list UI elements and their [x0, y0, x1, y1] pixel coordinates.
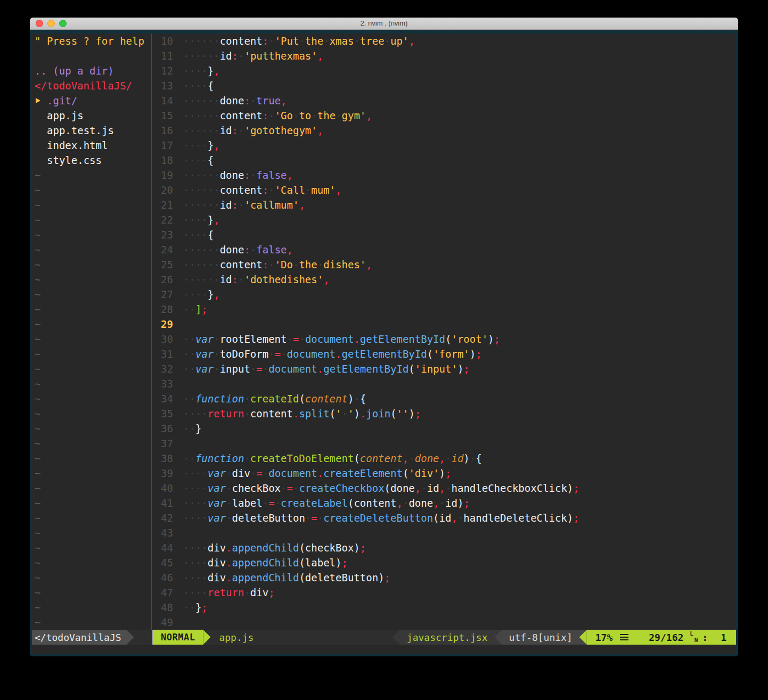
line-number: 48	[152, 600, 173, 615]
code-line[interactable]: 45····div.appendChild(label);	[152, 555, 736, 570]
code-line[interactable]: 21······id:·'callmum',	[152, 197, 736, 212]
code-line[interactable]: 38··function·createToDoElement(content,·…	[152, 451, 736, 466]
code-line[interactable]: 13····{	[152, 78, 736, 93]
tree-item-file[interactable]: app.js	[32, 108, 151, 123]
code-line[interactable]: 10······content:·'Put·the·xmas·tree·up',	[152, 34, 736, 48]
line-number: 26	[152, 272, 173, 287]
nerdtree-sidebar: " Press ? for help.. (up a dir)</todoVan…	[32, 34, 151, 630]
empty-line-tilde: ~	[32, 555, 151, 570]
code-line[interactable]: 42····var·deleteButton·=·createDeleteBut…	[152, 510, 736, 525]
code-text: ··var·toDoForm·=·document.getElementById…	[183, 347, 482, 361]
empty-line-tilde: ~	[32, 451, 151, 466]
code-line[interactable]: 48··};	[152, 600, 736, 615]
code-line[interactable]: 15······content:·'Go·to·the·gym',	[152, 108, 736, 123]
code-line[interactable]: 31··var·toDoForm·=·document.getElementBy…	[152, 347, 736, 361]
empty-line-tilde: ~	[32, 585, 151, 600]
tree-item-file[interactable]: app.test.js	[32, 123, 151, 138]
line-number: 20	[152, 183, 173, 197]
code-text: ······content:·'Call·mum',	[183, 183, 342, 197]
code-line[interactable]: 28··];	[152, 302, 736, 317]
code-line[interactable]: 19······done:·false,	[152, 168, 736, 183]
line-number: 30	[152, 332, 173, 347]
code-text: ··var·rootElement·=·document.getElementB…	[183, 332, 500, 347]
tree-item-dir[interactable]: .git/	[32, 93, 151, 108]
line-number: 49	[152, 615, 173, 630]
empty-line-tilde: ~	[32, 168, 151, 183]
empty-line-tilde: ~	[32, 272, 151, 287]
code-text: ··];	[183, 302, 208, 317]
code-line[interactable]: 46····div.appendChild(deleteButton);	[152, 570, 736, 585]
code-text: ····{	[183, 78, 214, 93]
zoom-button[interactable]	[59, 20, 67, 27]
line-number: 38	[152, 451, 173, 466]
code-line[interactable]: 49	[152, 615, 736, 630]
code-line[interactable]: 18····{	[152, 153, 736, 168]
code-line[interactable]: 23····{	[152, 227, 736, 242]
terminal-window: 2. nvim . (nvim) " Press ? for help.. (u…	[30, 18, 738, 656]
line-number: 15	[152, 108, 173, 123]
code-line[interactable]: 37	[152, 436, 736, 451]
statusline-colon: :	[702, 632, 708, 643]
close-button[interactable]	[36, 20, 43, 27]
code-line[interactable]: 24······done:·false,	[152, 242, 736, 257]
code-line[interactable]: 35····return·content.split('·').join('')…	[152, 406, 736, 421]
code-line[interactable]: 32··var·input·=·document.getElementById(…	[152, 361, 736, 376]
nerdtree-statusline: </todoVanillaJS	[32, 630, 152, 645]
line-number: 18	[152, 153, 173, 168]
line-number: 34	[152, 391, 173, 406]
line-number: 37	[152, 436, 173, 451]
empty-line-tilde: ~	[32, 317, 151, 332]
editor-buffer[interactable]: 10······content:·'Put·the·xmas·tree·up',…	[152, 34, 736, 630]
line-number: 40	[152, 481, 173, 496]
code-line[interactable]: 29	[152, 317, 736, 332]
code-line[interactable]: 30··var·rootElement·=·document.getElemen…	[152, 332, 736, 347]
code-line[interactable]: 33	[152, 376, 736, 391]
tree-item-file[interactable]: style.css	[32, 153, 151, 168]
code-text: ····var·checkBox·=·createCheckbox(done,·…	[183, 481, 579, 496]
line-number: 42	[152, 510, 173, 525]
code-line[interactable]: 41····var·label·=·createLabel(content,·d…	[152, 496, 736, 510]
code-text: ······done:·false,	[183, 168, 293, 183]
code-line[interactable]: 12····},	[152, 63, 736, 78]
code-line[interactable]: 22····},	[152, 212, 736, 227]
empty-line-tilde: ~	[32, 391, 151, 406]
code-text: ····{	[183, 153, 214, 168]
code-line[interactable]: 34··function·createId(content)·{	[152, 391, 736, 406]
code-line[interactable]: 43	[152, 525, 736, 540]
code-text: ····{	[183, 227, 214, 242]
code-line[interactable]: 44····div.appendChild(checkBox);	[152, 540, 736, 555]
tree-item-updir[interactable]: .. (up a dir)	[32, 63, 151, 78]
code-line[interactable]: 11······id:·'putthexmas',	[152, 48, 736, 63]
minimize-button[interactable]	[47, 20, 55, 27]
code-line[interactable]: 16······id:·'gotothegym',	[152, 123, 736, 138]
tree-expand-icon[interactable]	[36, 98, 40, 103]
tree-item-root[interactable]: </todoVanillaJS/	[32, 78, 151, 93]
statusline-position-segment: 17% 29/162 LN : 1	[587, 630, 736, 645]
code-line[interactable]: 20······content:·'Call·mum',	[152, 183, 736, 197]
code-text: ··function·createId(content)·{	[183, 391, 366, 406]
code-line[interactable]: 47····return·div;	[152, 585, 736, 600]
line-number: 41	[152, 496, 173, 510]
tree-item-comment: " Press ? for help	[32, 34, 151, 48]
code-text: ····var·div·=·document.createElement('di…	[183, 466, 451, 481]
line-number: 27	[152, 287, 173, 302]
line-number: 31	[152, 347, 173, 361]
titlebar: 2. nvim . (nvim)	[30, 18, 738, 30]
code-line[interactable]: 17····},	[152, 138, 736, 153]
line-number: 17	[152, 138, 173, 153]
code-line[interactable]: 36··}	[152, 421, 736, 436]
code-text: ······content:·'Put·the·xmas·tree·up',	[183, 34, 415, 48]
code-line[interactable]: 40····var·checkBox·=·createCheckbox(done…	[152, 481, 736, 496]
code-text: ····},	[183, 63, 220, 78]
code-line[interactable]: 14······done:·true,	[152, 93, 736, 108]
code-line[interactable]: 25······content:·'Do·the·dishes',	[152, 257, 736, 272]
line-number: 23	[152, 227, 173, 242]
tree-item-file[interactable]: index.html	[32, 138, 151, 153]
tree-item-blank	[32, 48, 151, 63]
code-line[interactable]: 39····var·div·=·document.createElement('…	[152, 466, 736, 481]
code-line[interactable]: 27····},	[152, 287, 736, 302]
line-number: 32	[152, 361, 173, 376]
line-number: 47	[152, 585, 173, 600]
code-text: ····var·deleteButton·=·createDeleteButto…	[183, 510, 579, 525]
code-line[interactable]: 26······id:·'dothedishes',	[152, 272, 736, 287]
